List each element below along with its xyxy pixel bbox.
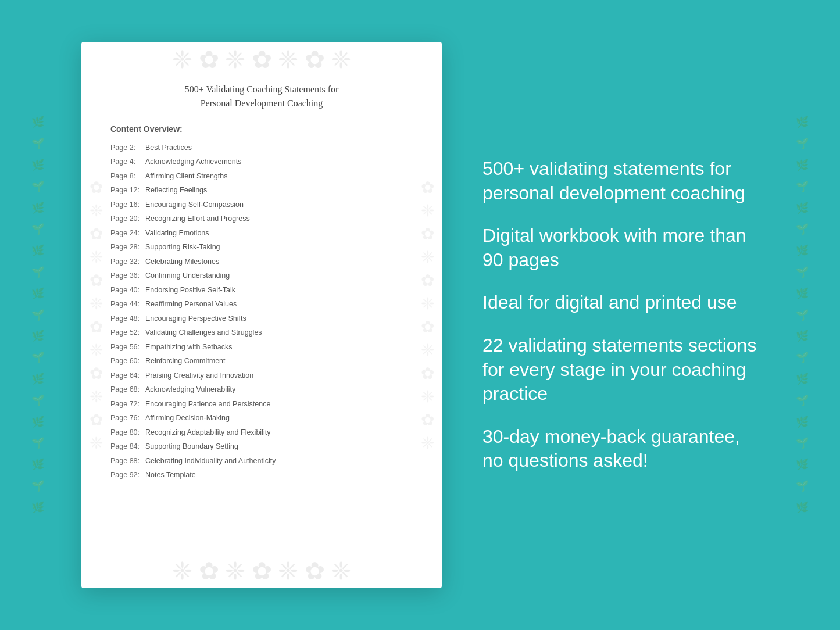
main-layout: ❈ ✿ ❈ ✿ ❈ ✿ ❈ ✿ ❈ ✿ ❈ ✿ ❈ ✿ ❈ ✿ ❈ ✿ ❈ ✿ … [0, 0, 840, 630]
table-row: Page 84:Supporting Boundary Setting [110, 440, 413, 454]
table-row: Page 48:Encouraging Perspective Shifts [110, 312, 413, 326]
table-row: Page 40:Endorsing Positive Self-Talk [110, 283, 413, 298]
feature-text-1: 500+ validating statements for personal … [482, 157, 759, 205]
content-heading: Content Overview: [110, 124, 413, 134]
table-row: Page 76:Affirming Decision-Making [110, 411, 413, 426]
table-of-contents: Page 2:Best PracticesPage 4:Acknowledgin… [110, 141, 413, 482]
table-row: Page 44:Reaffirming Personal Values [110, 298, 413, 312]
feature-text-4: 22 validating statements sections for ev… [482, 334, 759, 406]
right-panel: 500+ validating statements for personal … [477, 157, 759, 473]
table-row: Page 68:Acknowledging Vulnerability [110, 383, 413, 398]
table-row: Page 12:Reflecting Feelings [110, 184, 413, 198]
table-row: Page 16:Encouraging Self-Compassion [110, 198, 413, 212]
table-row: Page 28:Supporting Risk-Taking [110, 241, 413, 255]
table-row: Page 80:Recognizing Adaptability and Fle… [110, 425, 413, 440]
document-title: 500+ Validating Coaching Statements for … [110, 83, 413, 110]
card-bottom-decoration: ❈ ✿ ❈ ✿ ❈ ✿ ❈ [81, 553, 442, 588]
feature-text-3: Ideal for digital and printed use [482, 291, 759, 315]
document-card: ❈ ✿ ❈ ✿ ❈ ✿ ❈ ✿ ❈ ✿ ❈ ✿ ❈ ✿ ❈ ✿ ❈ ✿ ❈ ✿ … [81, 42, 442, 588]
table-row: Page 36:Confirming Understanding [110, 269, 413, 284]
table-row: Page 52:Validating Challenges and Strugg… [110, 326, 413, 341]
table-row: Page 2:Best Practices [110, 141, 413, 155]
title-line2: Personal Development Coaching [201, 98, 323, 108]
table-row: Page 88:Celebrating Individuality and Au… [110, 454, 413, 468]
card-left-decoration: ✿ ❈ ✿ ❈ ✿ ❈ ✿ ❈ ✿ ❈ ✿ ❈ [81, 88, 110, 542]
table-row: Page 24:Validating Emotions [110, 226, 413, 241]
card-top-decoration: ❈ ✿ ❈ ✿ ❈ ✿ ❈ [81, 42, 442, 77]
table-row: Page 4:Acknowledging Achievements [110, 155, 413, 170]
table-row: Page 56:Empathizing with Setbacks [110, 340, 413, 355]
table-row: Page 32:Celebrating Milestones [110, 255, 413, 269]
title-line1: 500+ Validating Coaching Statements for [185, 84, 339, 94]
card-right-decoration: ✿ ❈ ✿ ❈ ✿ ❈ ✿ ❈ ✿ ❈ ✿ ❈ [413, 88, 442, 542]
table-row: Page 60:Reinforcing Commitment [110, 355, 413, 369]
table-row: Page 72:Encouraging Patience and Persist… [110, 397, 413, 411]
table-row: Page 92:Notes Template [110, 468, 413, 483]
table-row: Page 64:Praising Creativity and Innovati… [110, 368, 413, 383]
feature-text-5: 30-day money-back guarantee, no question… [482, 425, 759, 473]
table-row: Page 20:Recognizing Effort and Progress [110, 212, 413, 227]
table-row: Page 8:Affirming Client Strengths [110, 169, 413, 184]
feature-text-2: Digital workbook with more than 90 pages [482, 224, 759, 272]
